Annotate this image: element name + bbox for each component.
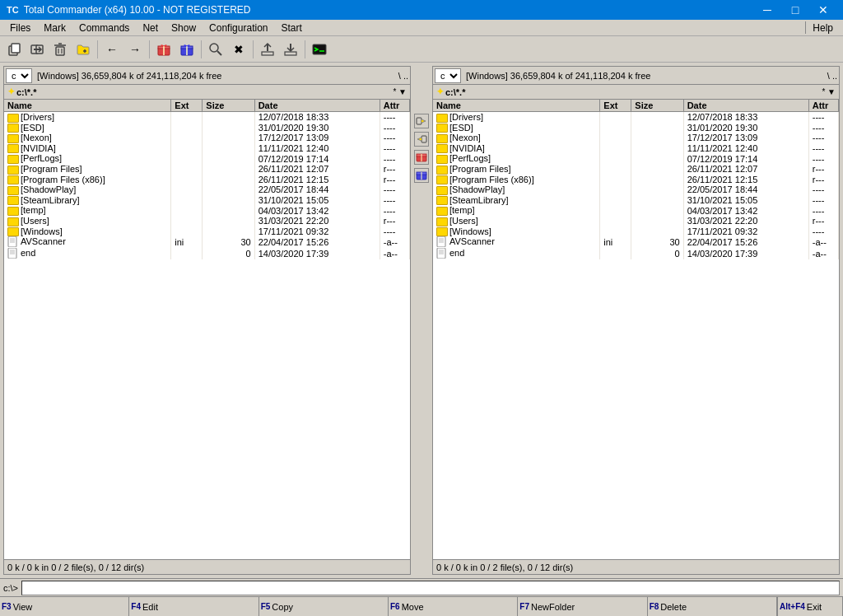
right-col-size[interactable]: Size xyxy=(631,100,683,112)
menu-configuration[interactable]: Configuration xyxy=(203,21,274,35)
toolbar: ← → ✖ xyxy=(0,36,843,63)
file-attr: -a-- xyxy=(808,248,838,259)
table-row[interactable]: end 0 14/03/2020 17:39 -a-- xyxy=(4,248,410,259)
gift-left-btn[interactable] xyxy=(414,150,429,165)
table-row[interactable]: [Program Files (x86)] 26/11/2021 12:15 r… xyxy=(4,175,410,185)
file-ext xyxy=(171,164,203,175)
file-attr: -a-- xyxy=(808,236,838,248)
left-col-size[interactable]: Size xyxy=(203,100,254,112)
right-col-attr[interactable]: Attr xyxy=(808,100,838,112)
table-row[interactable]: [ESD] 31/01/2020 19:30 ---- xyxy=(4,123,410,133)
fkey-f7[interactable]: F7 NewFolder xyxy=(518,597,647,616)
file-size xyxy=(203,112,254,123)
toolbar-terminal-btn[interactable] xyxy=(309,39,330,60)
table-row[interactable]: [NVIDIA] 11/11/2021 12:40 ---- xyxy=(433,143,839,154)
right-status-text: 0 k / 0 k in 0 / 2 file(s), 0 / 12 dir(s… xyxy=(436,562,573,572)
right-col-name[interactable]: Name xyxy=(433,100,600,112)
left-drive-select[interactable]: c xyxy=(6,68,32,83)
file-size xyxy=(203,216,254,226)
menu-mark[interactable]: Mark xyxy=(37,21,72,35)
right-drive-select[interactable]: c xyxy=(435,68,461,83)
table-row[interactable]: [Program Files] 26/11/2021 12:07 r--- xyxy=(4,164,410,175)
table-row[interactable]: [Program Files (x86)] 26/11/2021 12:15 r… xyxy=(433,175,839,185)
table-row[interactable]: [PerfLogs] 07/12/2019 17:14 ---- xyxy=(4,153,410,164)
right-file-list[interactable]: Name Ext Size Date Attr [Drivers] 12/07/… xyxy=(433,100,839,559)
table-row[interactable]: [Windows] 17/11/2021 09:32 ---- xyxy=(433,226,839,237)
file-ext xyxy=(600,164,631,175)
toolbar-gift1-btn[interactable] xyxy=(153,39,175,60)
toolbar-find-btn[interactable]: ✖ xyxy=(228,39,249,60)
table-row[interactable]: [Drivers] 12/07/2018 18:33 ---- xyxy=(433,112,839,123)
menu-files[interactable]: Files xyxy=(3,21,37,35)
table-row[interactable]: end 0 14/03/2020 17:39 -a-- xyxy=(433,248,839,259)
file-name: [Users] xyxy=(4,216,171,226)
toolbar-up-btn[interactable] xyxy=(257,39,278,60)
copy-left-btn[interactable] xyxy=(414,132,429,147)
fkey-f8[interactable]: F8 Delete xyxy=(648,597,777,616)
fkey-f7-num: F7 xyxy=(519,602,529,611)
left-col-date[interactable]: Date xyxy=(254,100,380,112)
table-row[interactable]: [Users] 31/03/2021 22:20 r--- xyxy=(4,216,410,226)
function-keys-bar: F3 View F4 Edit F5 Copy F6 Move F7 NewFo… xyxy=(0,596,843,616)
table-row[interactable]: [ShadowPlay] 22/05/2017 18:44 ---- xyxy=(4,184,410,195)
gift-right-btn[interactable] xyxy=(414,168,429,183)
toolbar-copy-btn[interactable] xyxy=(3,39,25,60)
fkey-f5[interactable]: F5 Copy xyxy=(259,597,389,616)
toolbar-delete-btn[interactable] xyxy=(49,39,71,60)
close-button[interactable]: ✕ xyxy=(810,2,836,17)
table-row[interactable]: [ShadowPlay] 22/05/2017 18:44 ---- xyxy=(433,184,839,195)
table-row[interactable]: [PerfLogs] 07/12/2019 17:14 ---- xyxy=(433,153,839,164)
left-col-ext[interactable]: Ext xyxy=(171,100,203,112)
table-row[interactable]: AVScanner ini 30 22/04/2017 15:26 -a-- xyxy=(433,236,839,248)
toolbar-search-btn[interactable] xyxy=(205,39,226,60)
fkey-f4-label: Edit xyxy=(142,602,158,612)
table-row[interactable]: [Drivers] 12/07/2018 18:33 ---- xyxy=(4,112,410,123)
table-row[interactable]: [temp] 04/03/2017 13:42 ---- xyxy=(4,205,410,216)
cmd-input[interactable] xyxy=(21,581,840,595)
table-row[interactable]: [ESD] 31/01/2020 19:30 ---- xyxy=(433,123,839,133)
fkey-altf4[interactable]: Alt+F4 Exit xyxy=(777,597,843,616)
table-row[interactable]: [SteamLibrary] 31/10/2021 15:05 ---- xyxy=(4,195,410,206)
table-row[interactable]: [Program Files] 26/11/2021 12:07 r--- xyxy=(433,164,839,175)
table-row[interactable]: [Users] 31/03/2021 22:20 r--- xyxy=(433,216,839,226)
file-date: 07/12/2019 17:14 xyxy=(683,153,808,164)
maximize-button[interactable]: □ xyxy=(782,2,808,17)
file-size xyxy=(203,164,254,175)
toolbar-forward-btn[interactable]: → xyxy=(124,39,146,60)
right-col-date[interactable]: Date xyxy=(683,100,808,112)
file-date: 26/11/2021 12:07 xyxy=(254,164,380,175)
toolbar-move-btn[interactable] xyxy=(26,39,48,60)
toolbar-down-btn[interactable] xyxy=(280,39,301,60)
left-col-attr[interactable]: Attr xyxy=(380,100,409,112)
table-row[interactable]: [SteamLibrary] 31/10/2021 15:05 ---- xyxy=(433,195,839,206)
table-row[interactable]: [temp] 04/03/2017 13:42 ---- xyxy=(433,205,839,216)
file-attr: ---- xyxy=(808,112,838,123)
toolbar-back-btn[interactable]: ← xyxy=(101,39,123,60)
menu-items: Files Mark Commands Net Show Configurati… xyxy=(3,21,309,35)
fkey-f6-num: F6 xyxy=(390,602,400,611)
minimize-button[interactable]: ─ xyxy=(754,2,780,17)
fkey-f4[interactable]: F4 Edit xyxy=(129,597,258,616)
table-row[interactable]: AVScanner ini 30 22/04/2017 15:26 -a-- xyxy=(4,236,410,248)
window-title: Total Commander (x64) 10.00 - NOT REGIST… xyxy=(24,4,251,16)
help-button[interactable]: Help xyxy=(805,21,840,34)
toolbar-gift2-btn[interactable] xyxy=(176,39,198,60)
fkey-f3[interactable]: F3 View xyxy=(0,597,129,616)
file-date: 14/03/2020 17:39 xyxy=(254,248,380,259)
menu-show[interactable]: Show xyxy=(165,21,203,35)
table-row[interactable]: [NVIDIA] 11/11/2021 12:40 ---- xyxy=(4,143,410,154)
menu-commands[interactable]: Commands xyxy=(72,21,136,35)
left-col-name[interactable]: Name xyxy=(4,100,171,112)
left-file-list[interactable]: Name Ext Size Date Attr [Drivers] 12/07/… xyxy=(4,100,410,559)
fkey-f6[interactable]: F6 Move xyxy=(389,597,518,616)
file-size xyxy=(631,112,683,123)
menu-start[interactable]: Start xyxy=(274,21,308,35)
table-row[interactable]: [Nexon] 17/12/2017 13:09 ---- xyxy=(433,133,839,143)
toolbar-newfolder-btn[interactable] xyxy=(72,39,94,60)
right-col-ext[interactable]: Ext xyxy=(600,100,631,112)
table-row[interactable]: [Nexon] 17/12/2017 13:09 ---- xyxy=(4,133,410,143)
copy-right-btn[interactable] xyxy=(414,114,429,128)
table-row[interactable]: [Windows] 17/11/2021 09:32 ---- xyxy=(4,226,410,237)
menu-net[interactable]: Net xyxy=(136,21,165,35)
left-panel: c [Windows] 36,659,804 k of 241,118,204 … xyxy=(3,66,411,575)
